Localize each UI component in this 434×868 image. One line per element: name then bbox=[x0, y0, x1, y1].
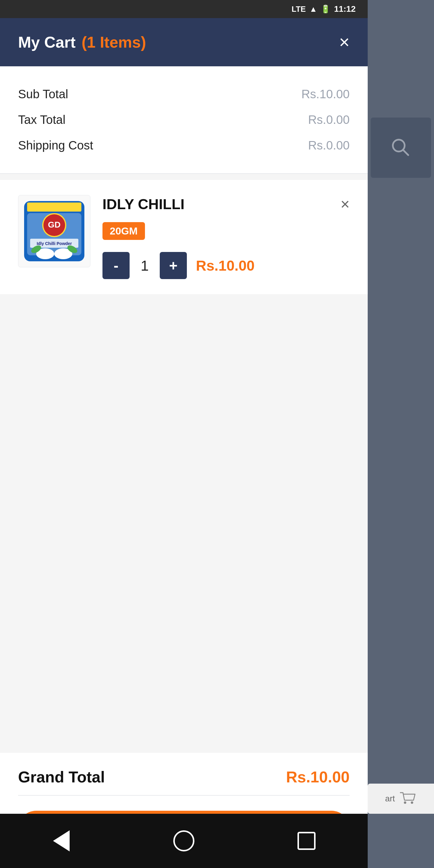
increase-quantity-button[interactable]: + bbox=[160, 252, 187, 279]
quantity-value: 1 bbox=[138, 257, 151, 274]
back-icon bbox=[53, 830, 70, 851]
subtotal-label: Sub Total bbox=[18, 87, 68, 101]
recents-button[interactable] bbox=[291, 826, 321, 856]
grand-total-row: Grand Total Rs.10.00 bbox=[18, 768, 350, 795]
cart-item: GD Idly Chilli Powder I bbox=[18, 195, 350, 279]
item-price: Rs.10.00 bbox=[196, 257, 255, 274]
footer-divider bbox=[18, 795, 350, 796]
product-image: GD Idly Chilli Powder bbox=[18, 195, 90, 267]
search-icon bbox=[390, 137, 411, 158]
tax-value: Rs.0.00 bbox=[308, 113, 350, 127]
empty-space bbox=[0, 294, 368, 753]
grand-total-label: Grand Total bbox=[18, 768, 105, 786]
cart-items-section: GD Idly Chilli Powder I bbox=[0, 180, 368, 294]
product-img-wrapper: GD Idly Chilli Powder bbox=[21, 198, 87, 264]
back-button[interactable] bbox=[46, 826, 76, 856]
svg-text:GD: GD bbox=[48, 220, 61, 229]
item-weight-badge: 20GM bbox=[102, 222, 145, 240]
remove-item-button[interactable]: × bbox=[341, 195, 350, 213]
decrease-quantity-button[interactable]: - bbox=[102, 252, 130, 279]
svg-line-13 bbox=[403, 150, 408, 155]
item-name: IDLY CHILLI bbox=[102, 196, 184, 213]
product-svg: GD Idly Chilli Powder bbox=[21, 198, 87, 264]
tax-row: Tax Total Rs.0.00 bbox=[18, 107, 350, 133]
svg-point-14 bbox=[404, 801, 406, 804]
svg-point-15 bbox=[411, 801, 413, 804]
navigation-bar bbox=[0, 814, 368, 868]
lte-icon: LTE bbox=[291, 4, 306, 14]
grand-total-value: Rs.10.00 bbox=[286, 768, 350, 786]
status-icons: LTE ▲ 🔋 11:12 bbox=[291, 4, 355, 14]
svg-rect-1 bbox=[27, 203, 82, 212]
svg-text:Idly Chilli Powder: Idly Chilli Powder bbox=[37, 241, 72, 246]
cart-tab[interactable]: art bbox=[368, 784, 434, 814]
right-panel: art bbox=[368, 0, 434, 868]
cart-title: My Cart (1 Items) bbox=[18, 33, 146, 51]
subtotal-value: Rs.10.00 bbox=[301, 87, 350, 101]
cart-icon bbox=[398, 789, 416, 808]
quantity-controls: - 1 + Rs.10.00 bbox=[102, 252, 350, 279]
order-summary: Sub Total Rs.10.00 Tax Total Rs.0.00 Shi… bbox=[0, 66, 368, 173]
tax-label: Tax Total bbox=[18, 113, 65, 127]
shipping-label: Shipping Cost bbox=[18, 138, 93, 152]
signal-icon: ▲ bbox=[310, 4, 317, 14]
summary-divider bbox=[0, 173, 368, 174]
close-cart-button[interactable]: × bbox=[339, 33, 350, 51]
shipping-value: Rs.0.00 bbox=[308, 138, 350, 152]
search-box[interactable] bbox=[371, 118, 431, 178]
home-button[interactable] bbox=[169, 826, 199, 856]
subtotal-row: Sub Total Rs.10.00 bbox=[18, 82, 350, 107]
cart-panel: LTE ▲ 🔋 11:12 My Cart (1 Items) × Sub To… bbox=[0, 0, 368, 868]
cart-header: My Cart (1 Items) × bbox=[0, 18, 368, 66]
battery-icon: 🔋 bbox=[321, 4, 330, 14]
status-bar: LTE ▲ 🔋 11:12 bbox=[0, 0, 368, 18]
shipping-row: Shipping Cost Rs.0.00 bbox=[18, 133, 350, 158]
item-details: IDLY CHILLI × 20GM - 1 + Rs.10.00 bbox=[102, 195, 350, 279]
cart-item-count: (1 Items) bbox=[82, 33, 146, 51]
status-time: 11:12 bbox=[334, 4, 355, 14]
home-icon bbox=[173, 830, 194, 851]
cart-tab-label: art bbox=[385, 794, 395, 804]
recents-icon bbox=[298, 832, 315, 850]
cart-title-text: My Cart bbox=[18, 33, 76, 51]
item-header: IDLY CHILLI × bbox=[102, 195, 350, 213]
